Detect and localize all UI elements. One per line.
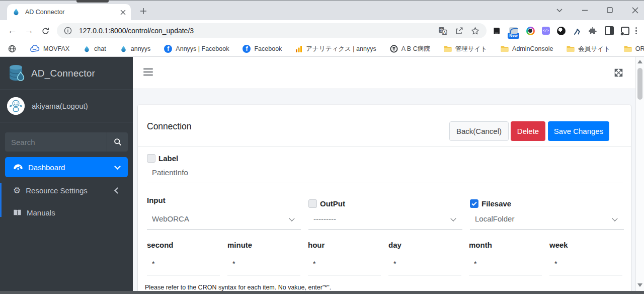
reload-icon[interactable] [37,22,54,39]
bookmark-chat[interactable]: chat [83,45,106,53]
bookmark-adminconsole[interactable]: AdminConsole [501,45,553,52]
share-icon[interactable] [455,27,463,35]
page-info-icon[interactable] [64,27,72,35]
bookmark-movfax[interactable]: MOVFAX [30,45,69,52]
chevron-left-icon [114,187,121,194]
extension-figure-icon[interactable] [573,27,581,35]
globe-icon [8,45,16,53]
translate-icon[interactable]: 文A [438,27,447,35]
page-title: Connection [147,121,192,132]
hamburger-menu-icon[interactable] [143,68,153,76]
hospital-crest-icon [390,45,398,53]
cron-day-group: day [388,240,461,275]
output-select-group: OutPut --------- [308,194,462,230]
tab-close-icon[interactable] [120,10,126,15]
fullscreen-expand-icon[interactable] [614,68,623,77]
label-field-header: Label [147,153,178,163]
window-maximize-icon[interactable] [606,6,614,14]
bookmark-annyys-facebook[interactable]: Annyys | Facebook [164,45,229,53]
sidebar-item-resource-settings[interactable]: Resource Settings [5,181,128,199]
browser-menu-icon[interactable] [632,27,640,35]
chevron-down-icon [114,163,121,170]
folder-icon [444,45,452,52]
filesave-checkbox[interactable] [470,199,478,208]
main-content-area: Connection Back(Cancel) Delete Save Chan… [133,57,635,294]
extension-camera-ring-icon[interactable] [526,27,535,35]
window-close-icon[interactable] [631,6,639,14]
side-panel-icon[interactable] [605,26,614,35]
extension-dark-ring-icon[interactable] [557,27,566,35]
svg-text:A: A [443,30,446,34]
address-bar[interactable]: 127.0.0.1:8000/control/con_update/3 文A [57,23,487,38]
save-changes-button[interactable]: Save Changes [548,121,609,141]
sidebar-item-dashboard[interactable]: Dashboard [5,157,128,177]
cron-week-group: week [549,240,622,275]
label-text-input[interactable] [152,168,605,177]
window-minimize-icon[interactable] [581,6,589,14]
cron-month-input[interactable] [474,260,534,268]
browser-tab[interactable]: AD Connector [7,4,131,20]
output-checkbox[interactable] [308,199,317,208]
input-field-label: Input [147,196,166,204]
user-logout-link[interactable]: akiyama(Logout) [32,102,88,110]
chevron-down-icon[interactable] [289,215,294,221]
bookmark-facebook[interactable]: Facebook [243,45,282,53]
back-cancel-button[interactable]: Back(Cancel) [449,121,509,141]
extension-new-badge-icon[interactable]: New [508,27,519,39]
bookmark-orca[interactable]: ORCA [624,45,644,52]
scroll-down-icon[interactable] [637,283,642,287]
new-tab-button[interactable] [137,5,150,18]
browser-titlebar: AD Connector [0,0,644,20]
label-checkbox[interactable] [147,154,155,163]
brand-header[interactable]: AD_Connector [0,57,133,90]
extension-book-icon[interactable] [493,27,501,35]
vertical-scrollbar[interactable] [635,57,644,294]
bookmark-star-icon[interactable] [471,27,479,35]
input-select[interactable]: WebORCA [152,214,189,223]
tab-favicon-droplet-icon [12,8,20,16]
left-edge-accent-strip [0,183,2,217]
bookmark-kanri-site[interactable]: 管理サイト [444,45,487,53]
bookmark-kaiin-site[interactable]: 会員サイト [567,45,610,53]
back-icon[interactable]: ← [4,22,21,39]
bookmark-globe[interactable] [8,45,16,53]
extension-code-icon[interactable] [542,27,550,35]
scrollbar-thumb[interactable] [637,68,642,100]
cron-month-label: month [469,241,492,249]
folder-icon [624,45,632,52]
cron-hour-input[interactable] [313,260,373,268]
chevron-down-icon[interactable] [450,215,456,221]
cron-week-input[interactable] [554,260,615,268]
brand-title: AD_Connector [31,68,95,79]
cron-day-input[interactable] [393,260,454,268]
user-panel[interactable]: akiyama(Logout) [0,90,133,122]
cron-second-input[interactable] [152,260,212,268]
filesave-select[interactable]: LocalFolder [475,214,514,223]
sidebar-item-manuals[interactable]: Manuals [5,203,128,222]
bookmark-analytics[interactable]: アナリティクス | annyys [295,45,376,53]
droplet-icon [83,45,91,53]
bookmarks-bar: MOVFAX chat annyys Annyys | Facebook Fac… [0,41,644,57]
window-chevron-down-icon[interactable] [555,6,564,14]
sidebar-item-label: Resource Settings [26,186,88,195]
chevron-down-icon[interactable] [612,215,617,221]
avatar [7,97,25,115]
sidebar-item-label: Dashboard [28,163,65,172]
search-button[interactable] [107,132,128,152]
forward-icon[interactable]: → [21,22,37,39]
cron-minute-input[interactable] [232,260,293,268]
filesave-field-label: Filesave [481,199,511,208]
search-input[interactable] [5,132,107,152]
cloud-icon [30,45,40,52]
url-text[interactable]: 127.0.0.1:8000/control/con_update/3 [79,27,433,35]
bookmark-abc-hospital[interactable]: A B C病院 [390,45,430,53]
app-sidebar: AD_Connector akiyama(Logout) [0,57,133,294]
bookmark-annyys[interactable]: annyys [120,45,151,53]
extensions-puzzle-icon[interactable] [588,26,598,36]
scroll-up-icon[interactable] [637,60,642,63]
cron-month-group: month [469,240,542,275]
connection-card: Connection Back(Cancel) Delete Save Chan… [138,105,631,294]
extension-journeys-icon[interactable] [621,27,629,35]
output-select[interactable]: --------- [313,214,336,223]
delete-button[interactable]: Delete [511,121,545,141]
